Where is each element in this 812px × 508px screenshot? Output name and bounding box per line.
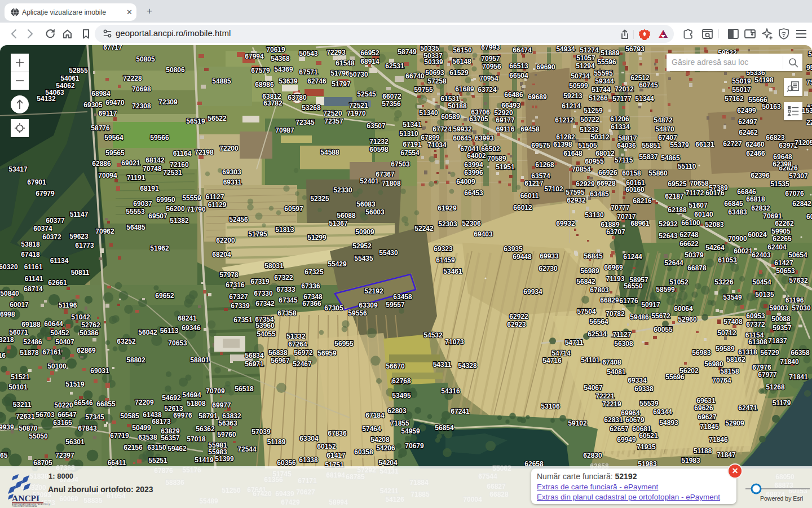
svg-text:69021: 69021: [121, 159, 140, 167]
svg-text:51299: 51299: [307, 234, 326, 242]
svg-text:56955: 56955: [334, 340, 354, 348]
svg-text:66926: 66926: [598, 169, 617, 177]
svg-text:69525: 69525: [668, 180, 687, 188]
svg-text:62746: 62746: [307, 77, 326, 85]
svg-text:72521: 72521: [349, 102, 368, 110]
svg-text:72308: 72308: [132, 102, 151, 110]
svg-text:55050: 55050: [29, 432, 48, 440]
svg-text:61398: 61398: [553, 141, 572, 148]
svg-text:50407: 50407: [55, 338, 74, 346]
svg-text:55666: 55666: [748, 96, 767, 104]
svg-text:62265: 62265: [773, 235, 792, 243]
svg-text:54588: 54588: [320, 148, 339, 156]
svg-text:54101: 54101: [581, 356, 600, 364]
svg-text:50: 50: [808, 50, 812, 58]
svg-text:59566: 59566: [150, 134, 169, 142]
svg-text:51399: 51399: [215, 455, 234, 463]
svg-text:72397: 72397: [55, 452, 74, 459]
svg-text:516: 516: [0, 352, 6, 360]
svg-text:61338: 61338: [299, 456, 318, 464]
svg-text:68173: 68173: [152, 418, 171, 426]
svg-text:69631: 69631: [696, 397, 716, 405]
svg-text:51797: 51797: [332, 80, 351, 88]
svg-text:51813: 51813: [275, 226, 294, 234]
svg-text:62403: 62403: [752, 251, 771, 259]
svg-text:56854: 56854: [435, 424, 454, 432]
svg-text:67333: 67333: [276, 286, 295, 294]
svg-text:71172: 71172: [686, 189, 704, 197]
svg-text:51535: 51535: [770, 180, 789, 188]
svg-text:70954: 70954: [479, 75, 498, 82]
svg-text:56485: 56485: [126, 224, 145, 231]
svg-text:70900: 70900: [728, 235, 747, 243]
svg-text:69950: 69950: [156, 196, 175, 204]
svg-text:601: 601: [806, 213, 812, 221]
svg-text:60320: 60320: [0, 263, 18, 271]
svg-text:56703: 56703: [36, 411, 55, 419]
svg-text:70094: 70094: [98, 172, 117, 179]
svg-text:55435: 55435: [354, 255, 373, 262]
svg-text:50599: 50599: [569, 82, 588, 90]
svg-text:62832: 62832: [751, 204, 770, 212]
svg-text:54061: 54061: [60, 75, 80, 82]
svg-text:60140: 60140: [694, 211, 713, 218]
svg-text:56200: 56200: [166, 205, 185, 213]
svg-text:53461: 53461: [443, 268, 462, 275]
svg-text:66131: 66131: [695, 141, 714, 148]
svg-text:66546: 66546: [74, 399, 93, 407]
svg-text:69648: 69648: [773, 153, 792, 161]
svg-text:56998: 56998: [0, 310, 15, 318]
svg-text:54055: 54055: [257, 330, 276, 338]
svg-text:63485: 63485: [590, 190, 609, 198]
svg-text:59344: 59344: [595, 77, 614, 85]
svg-text:56729: 56729: [760, 349, 779, 357]
svg-text:55672: 55672: [651, 312, 670, 320]
svg-text:67184: 67184: [365, 411, 385, 419]
svg-text:60645: 60645: [453, 134, 472, 142]
svg-text:56959: 56959: [317, 349, 337, 357]
svg-text:53211: 53211: [13, 401, 32, 409]
svg-text:72198: 72198: [195, 148, 214, 156]
svg-text:51332: 51332: [286, 332, 306, 340]
svg-text:56150: 56150: [453, 46, 472, 54]
svg-text:66818: 66818: [746, 195, 765, 203]
svg-text:55379: 55379: [670, 141, 689, 149]
svg-text:51795: 51795: [248, 230, 267, 238]
svg-text:52242: 52242: [414, 225, 434, 233]
svg-text:56842: 56842: [576, 278, 595, 286]
svg-text:63780: 63780: [288, 94, 307, 102]
svg-text:57258: 57258: [427, 77, 447, 85]
svg-text:50088: 50088: [771, 315, 791, 323]
svg-text:57408: 57408: [723, 318, 743, 326]
svg-text:61529: 61529: [449, 69, 469, 77]
svg-text:PUBLICITATE IMOBILIARĂ: PUBLICITATE IMOBILIARĂ: [12, 505, 37, 507]
svg-text:50312: 50312: [590, 133, 610, 141]
svg-text:54208: 54208: [370, 436, 390, 444]
svg-text:54885: 54885: [212, 77, 231, 85]
svg-text:62932: 62932: [567, 196, 586, 204]
svg-text:62768: 62768: [392, 377, 411, 385]
svg-text:57102: 57102: [544, 185, 563, 193]
svg-text:71847: 71847: [717, 451, 736, 459]
svg-text:62471: 62471: [738, 404, 757, 412]
svg-text:56308: 56308: [614, 340, 633, 348]
svg-text:62187: 62187: [665, 192, 684, 200]
svg-text:66878: 66878: [687, 264, 707, 272]
svg-text:53417: 53417: [8, 165, 28, 173]
svg-text:68714: 68714: [24, 285, 43, 293]
svg-text:69652: 69652: [155, 292, 174, 300]
svg-text:53226: 53226: [714, 278, 734, 286]
svg-text:60955: 60955: [585, 157, 604, 165]
svg-text:60160: 60160: [625, 186, 645, 194]
svg-text:57356: 57356: [382, 100, 401, 108]
svg-text:52330: 52330: [333, 186, 352, 194]
svg-text:50379: 50379: [685, 251, 704, 259]
svg-text:55251: 55251: [148, 457, 167, 465]
svg-text:63538: 63538: [138, 433, 157, 441]
svg-text:55851: 55851: [642, 142, 661, 150]
svg-text:64009: 64009: [456, 178, 475, 186]
svg-text:68216: 68216: [633, 197, 652, 205]
svg-text:62398: 62398: [773, 160, 792, 168]
svg-text:58599: 58599: [656, 286, 675, 294]
svg-text:56003: 56003: [365, 208, 385, 216]
